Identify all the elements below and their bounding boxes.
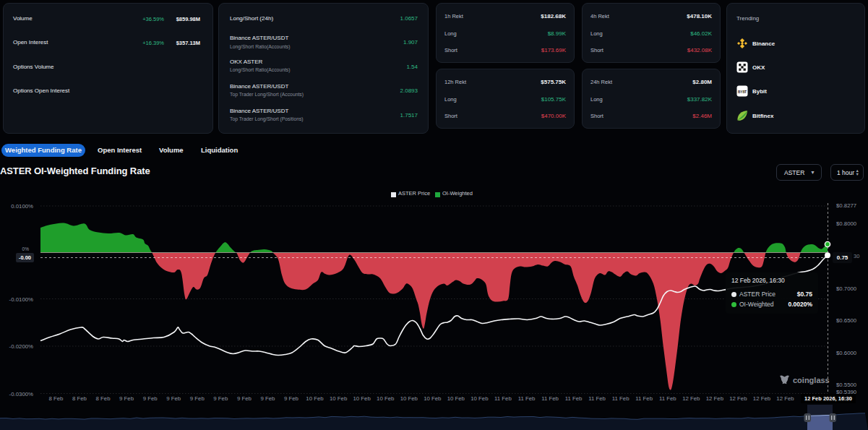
svg-text:12 Feb: 12 Feb <box>706 395 724 402</box>
svg-text:10 Feb: 10 Feb <box>377 395 395 402</box>
svg-text:10 Feb: 10 Feb <box>424 395 442 402</box>
svg-text:11 Feb: 11 Feb <box>541 395 559 402</box>
svg-text:$0.6000: $0.6000 <box>836 350 857 356</box>
svg-text:10 Feb: 10 Feb <box>470 395 489 402</box>
svg-text:8 Feb: 8 Feb <box>96 395 111 402</box>
svg-text:11 Feb: 11 Feb <box>612 395 629 402</box>
svg-text:T: T <box>744 90 747 94</box>
svg-text:9 Feb: 9 Feb <box>260 395 275 402</box>
svg-text:8 Feb: 8 Feb <box>49 395 64 402</box>
svg-text:10 Feb: 10 Feb <box>306 395 324 402</box>
svg-text:9 Feb: 9 Feb <box>166 395 181 402</box>
svg-text:0.0100%: 0.0100% <box>11 203 33 210</box>
svg-text:12 Feb: 12 Feb <box>776 395 794 402</box>
svg-text:11 Feb: 11 Feb <box>659 395 676 402</box>
svg-text:$0.5500: $0.5500 <box>836 382 857 388</box>
svg-text:11 Feb: 11 Feb <box>635 395 653 402</box>
svg-text:9 Feb: 9 Feb <box>237 395 252 402</box>
svg-text:$0.8277: $0.8277 <box>836 202 856 209</box>
svg-text:-0.0200%: -0.0200% <box>9 343 33 350</box>
svg-text:12 Feb: 12 Feb <box>729 395 747 402</box>
svg-text:11 Feb: 11 Feb <box>565 395 583 402</box>
svg-text:11 Feb: 11 Feb <box>588 395 606 402</box>
svg-text:-0.0300%: -0.0300% <box>9 391 33 397</box>
svg-text:$0.8000: $0.8000 <box>836 220 857 227</box>
svg-text:11 Feb: 11 Feb <box>494 395 512 402</box>
svg-text:$0.7000: $0.7000 <box>836 285 857 292</box>
svg-text:9 Feb: 9 Feb <box>143 395 158 402</box>
svg-text:9 Feb: 9 Feb <box>284 395 299 402</box>
svg-text:12 Feb: 12 Feb <box>753 395 771 402</box>
svg-text:0%: 0% <box>22 246 30 251</box>
svg-text:9 Feb: 9 Feb <box>190 395 205 402</box>
svg-text:10 Feb: 10 Feb <box>330 395 348 402</box>
svg-text:10 Feb: 10 Feb <box>400 395 418 402</box>
svg-text:8 Feb: 8 Feb <box>72 395 87 402</box>
svg-text:10 Feb: 10 Feb <box>447 395 465 402</box>
svg-text:12 Feb: 12 Feb <box>682 395 700 402</box>
svg-text:10 Feb: 10 Feb <box>353 395 371 402</box>
svg-text:9 Feb: 9 Feb <box>119 395 134 402</box>
svg-text:11 Feb: 11 Feb <box>518 395 536 402</box>
svg-text:$0.6500: $0.6500 <box>836 317 857 324</box>
svg-text:9 Feb: 9 Feb <box>213 395 228 402</box>
svg-text:-0.0100%: -0.0100% <box>9 296 33 303</box>
